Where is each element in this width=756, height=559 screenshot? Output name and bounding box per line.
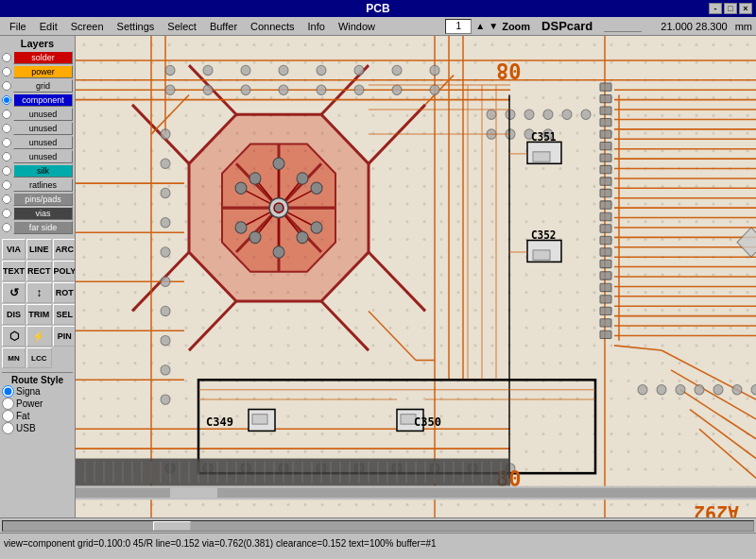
svg-point-83	[317, 85, 326, 94]
pcb-canvas[interactable]: C351 C352 C349 C350 80 80 A292	[76, 36, 756, 517]
layer-button-unused1[interactable]: unused	[13, 108, 73, 121]
layer-radio-farside[interactable]	[2, 223, 11, 232]
tool-trim[interactable]: TRIM	[26, 304, 52, 325]
svg-point-74	[279, 65, 288, 75]
scrollbar-track[interactable]	[2, 520, 754, 532]
svg-rect-111	[600, 248, 611, 256]
svg-rect-113	[600, 272, 611, 280]
svg-point-159	[235, 182, 247, 194]
layer-radio-component[interactable]	[2, 95, 11, 105]
maximize-button[interactable]: □	[724, 3, 737, 14]
layer-row-component: component	[2, 93, 73, 107]
tool-via[interactable]: VIA	[2, 239, 26, 260]
tool-text[interactable]: TEXT	[2, 261, 26, 281]
tool-mn[interactable]: MN	[2, 347, 26, 368]
svg-point-142	[695, 384, 704, 394]
menu-settings[interactable]: Settings	[112, 20, 161, 33]
svg-rect-97	[600, 83, 611, 91]
svg-point-87	[161, 129, 170, 139]
svg-rect-234	[170, 488, 217, 498]
layer-button-farside[interactable]: far side	[13, 221, 73, 234]
menu-file[interactable]: File	[4, 20, 32, 33]
svg-point-162	[311, 222, 322, 233]
svg-rect-112	[600, 260, 611, 267]
menu-buffer[interactable]: Buffer	[204, 20, 243, 33]
svg-rect-172	[533, 152, 550, 161]
svg-rect-105	[600, 178, 611, 185]
route-radio-power[interactable]	[2, 398, 14, 410]
tool-sel[interactable]: SEL	[53, 304, 76, 325]
layer-button-power[interactable]: power	[13, 65, 73, 78]
minimize-button[interactable]: -	[709, 3, 722, 14]
svg-rect-118	[600, 330, 611, 338]
layer-radio-vias[interactable]	[2, 209, 11, 218]
tool-hex[interactable]: ⬡	[2, 326, 26, 347]
layer-radio-solder[interactable]	[2, 53, 11, 62]
svg-rect-178	[252, 415, 267, 424]
svg-point-75	[317, 65, 326, 75]
tool-dis[interactable]: DIS	[2, 304, 26, 325]
svg-rect-117	[600, 319, 611, 327]
zoom-input[interactable]	[445, 19, 472, 34]
layer-radio-pinspad[interactable]	[2, 195, 11, 204]
status-bar: view=component grid=0.100:0 45/R line=0.…	[0, 533, 756, 553]
svg-point-119	[487, 110, 496, 119]
menu-edit[interactable]: Edit	[34, 20, 63, 33]
layer-button-silk[interactable]: silk	[13, 164, 73, 178]
menu-info[interactable]: Info	[302, 20, 331, 33]
tool-rot1[interactable]: ↺	[2, 282, 26, 303]
layer-row-unused1: unused	[2, 108, 73, 121]
layer-button-vias[interactable]: vias	[13, 207, 73, 220]
route-label-fat: Fat	[16, 411, 29, 421]
tool-poly[interactable]: POLY	[53, 261, 76, 281]
layer-radio-unused3[interactable]	[2, 138, 11, 147]
tool-rect[interactable]: RECT	[26, 261, 52, 281]
layer-button-pinspad[interactable]: pins/pads	[13, 193, 73, 206]
horizontal-scrollbar[interactable]	[0, 517, 756, 533]
svg-point-166	[297, 231, 308, 243]
scrollbar-thumb[interactable]	[153, 521, 191, 531]
layer-button-unused2[interactable]: unused	[13, 122, 73, 135]
svg-text:80: 80	[496, 59, 521, 84]
layer-button-grid[interactable]: grid	[13, 79, 73, 93]
svg-rect-108	[600, 212, 611, 220]
layer-button-component[interactable]: component	[13, 93, 73, 107]
layer-radio-unused1[interactable]	[2, 110, 11, 119]
menu-select[interactable]: Select	[162, 20, 202, 33]
svg-rect-104	[600, 165, 611, 173]
layer-radio-silk[interactable]	[2, 166, 11, 176]
zoom-down-button[interactable]: ▼	[489, 21, 498, 31]
tool-arc[interactable]: ARC	[53, 239, 76, 260]
svg-rect-101	[600, 130, 611, 138]
svg-rect-99	[600, 107, 611, 114]
title-bar-buttons[interactable]: - □ ×	[709, 3, 752, 14]
route-radio-signa[interactable]	[2, 385, 14, 398]
tool-pin[interactable]: PIN	[53, 326, 76, 347]
layer-radio-unused2[interactable]	[2, 124, 11, 133]
svg-point-82	[279, 85, 288, 94]
route-radio-usb[interactable]	[2, 422, 14, 434]
close-button[interactable]: ×	[739, 3, 752, 14]
layer-button-unused3[interactable]: unused	[13, 136, 73, 149]
layer-radio-grid[interactable]	[2, 81, 11, 91]
svg-point-72	[203, 65, 213, 75]
zoom-up-button[interactable]: ▲	[475, 21, 485, 31]
tool-flip[interactable]: ↕	[26, 282, 52, 303]
tool-lcc[interactable]: LCC	[26, 347, 52, 368]
svg-point-94	[161, 335, 170, 345]
tool-line[interactable]: LINE	[26, 239, 52, 260]
layer-button-ratlines[interactable]: ratlines	[13, 178, 73, 192]
svg-point-77	[392, 65, 402, 75]
menu-connects[interactable]: Connects	[245, 20, 300, 33]
route-radio-fat[interactable]	[2, 410, 14, 422]
layer-radio-unused4[interactable]	[2, 152, 11, 161]
menu-window[interactable]: Window	[333, 20, 381, 33]
layer-radio-ratlines[interactable]	[2, 180, 11, 190]
layer-button-solder[interactable]: solder	[13, 51, 73, 64]
layer-button-unused4[interactable]: unused	[13, 150, 73, 163]
menu-screen[interactable]: Screen	[65, 20, 110, 33]
tool-lightning[interactable]: ⚡	[26, 326, 52, 347]
layer-radio-power[interactable]	[2, 67, 11, 76]
tool-rot[interactable]: ROT	[53, 282, 76, 303]
svg-rect-115	[600, 296, 611, 303]
